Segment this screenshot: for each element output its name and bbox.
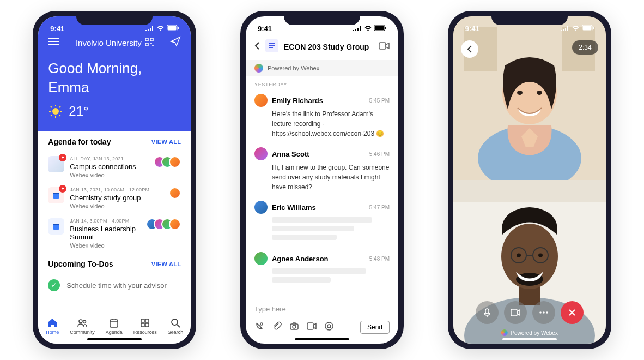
phone-messaging-screen: 9:41 ECON 203 Study Group Powered by Web… xyxy=(240,11,404,349)
back-icon[interactable] xyxy=(254,41,260,52)
group-title: ECON 203 Study Group xyxy=(284,43,373,51)
svg-rect-31 xyxy=(145,323,149,327)
mute-button[interactable] xyxy=(476,301,499,324)
svg-point-22 xyxy=(79,320,82,323)
svg-point-23 xyxy=(83,321,86,323)
sender-name: Agnes Anderson xyxy=(272,255,365,263)
svg-point-69 xyxy=(546,311,548,314)
avatar xyxy=(254,94,268,107)
video-icon[interactable] xyxy=(307,321,317,333)
home-icon xyxy=(47,317,58,328)
notch xyxy=(284,11,360,25)
send-icon[interactable] xyxy=(170,36,181,49)
battery-icon xyxy=(374,25,386,33)
agenda-date: ALL DAY, JAN 13, 2021 xyxy=(70,156,148,161)
nav-search[interactable]: Search xyxy=(168,317,184,335)
call-controls xyxy=(476,301,584,324)
message[interactable]: Agnes Anderson 5:48 PM xyxy=(246,248,398,290)
svg-rect-36 xyxy=(385,27,386,29)
agenda-subtitle: Webex video xyxy=(70,203,163,209)
avatar xyxy=(254,201,268,214)
video-call-icon[interactable] xyxy=(379,42,390,52)
svg-rect-6 xyxy=(145,38,148,41)
temperature: 21° xyxy=(69,104,88,119)
end-call-button[interactable] xyxy=(561,301,584,324)
svg-rect-66 xyxy=(511,309,517,316)
home-indicator[interactable] xyxy=(502,338,557,340)
todos-view-all[interactable]: VIEW ALL xyxy=(151,261,181,267)
camera-button[interactable] xyxy=(504,301,527,324)
message-body: Here's the link to Professor Adam's lect… xyxy=(254,109,390,139)
svg-rect-1 xyxy=(168,26,177,30)
mention-icon[interactable] xyxy=(324,321,334,333)
message[interactable]: Anna Scott 5:46 PM Hi, I am new to the g… xyxy=(246,143,398,196)
attendee-avatars xyxy=(169,187,181,199)
signal-icon xyxy=(561,25,569,33)
camera-icon[interactable] xyxy=(289,321,299,333)
nav-home[interactable]: Home xyxy=(46,317,59,335)
message-input[interactable]: Type here xyxy=(254,302,390,316)
greeting-line-2: Emma xyxy=(48,79,181,96)
agenda-item[interactable]: + ALL DAY, JAN 13, 2021 Campus connectio… xyxy=(38,152,191,183)
message-body: Hi, I am new to the group. Can someone s… xyxy=(254,163,390,192)
search-icon xyxy=(170,317,181,328)
svg-point-9 xyxy=(52,108,59,115)
wifi-icon xyxy=(156,25,165,33)
avatar xyxy=(254,252,268,265)
svg-rect-2 xyxy=(178,27,179,29)
svg-rect-30 xyxy=(141,323,144,327)
more-button[interactable] xyxy=(532,301,555,324)
agenda-view-all[interactable]: VIEW ALL xyxy=(151,139,181,145)
nav-resources[interactable]: Resources xyxy=(133,317,157,335)
svg-point-64 xyxy=(538,254,543,257)
svg-rect-24 xyxy=(110,320,118,327)
svg-point-53 xyxy=(537,91,542,95)
svg-point-39 xyxy=(260,323,263,325)
app-title: Involvio University xyxy=(76,38,142,47)
svg-point-41 xyxy=(293,325,296,328)
message[interactable]: Emily Richards 5:45 PM Here's the link t… xyxy=(246,89,398,143)
svg-rect-21 xyxy=(53,224,59,225)
event-thumbnail: + xyxy=(48,187,64,203)
resources-icon xyxy=(139,317,150,328)
nav-community[interactable]: Community xyxy=(70,317,95,335)
agenda-item[interactable]: + JAN 13, 2021, 10:00AM - 12:00PM Chemis… xyxy=(38,183,191,214)
webex-icon xyxy=(254,64,263,73)
qr-icon[interactable] xyxy=(145,38,154,48)
message[interactable]: Eric Williams 5:47 PM xyxy=(246,196,398,248)
signal-icon xyxy=(353,25,362,33)
svg-rect-42 xyxy=(307,323,313,329)
home-indicator[interactable] xyxy=(87,338,142,340)
agenda-icon xyxy=(108,317,119,328)
back-button[interactable] xyxy=(461,40,478,58)
call-timer: 2:34 xyxy=(572,40,598,55)
sender-name: Anna Scott xyxy=(272,150,365,158)
notch xyxy=(491,11,568,25)
attach-icon[interactable] xyxy=(272,321,282,333)
status-time: 9:41 xyxy=(50,25,64,33)
hamburger-icon[interactable] xyxy=(48,38,59,47)
svg-rect-46 xyxy=(593,27,594,29)
battery-icon xyxy=(167,25,179,33)
agenda-item[interactable]: JAN 14, 3:00PM - 4:00PM Business Leaders… xyxy=(38,214,191,253)
event-thumbnail xyxy=(48,218,64,235)
todos-header: Upcoming To-Dos xyxy=(48,260,113,268)
agenda-title: Campus connections xyxy=(70,163,148,171)
date-divider: YESTERDAY xyxy=(246,76,398,89)
send-button[interactable]: Send xyxy=(360,321,390,334)
powered-by-label: Powered by Webex xyxy=(501,329,558,336)
svg-rect-45 xyxy=(582,26,591,30)
greeting-line-1: Good Morning, xyxy=(48,60,181,77)
message-time: 5:46 PM xyxy=(369,151,390,157)
webex-icon xyxy=(501,329,507,336)
emoji-icon[interactable] xyxy=(254,321,264,333)
sun-icon xyxy=(48,104,63,119)
svg-line-33 xyxy=(177,325,180,327)
message-time: 5:47 PM xyxy=(369,205,390,211)
wifi-icon xyxy=(572,25,580,33)
todo-item[interactable]: ✓ Schedule time with your advisor xyxy=(38,274,191,297)
nav-agenda[interactable]: Agenda xyxy=(106,317,123,335)
svg-rect-8 xyxy=(145,43,148,46)
community-icon xyxy=(77,317,88,328)
home-indicator[interactable] xyxy=(295,338,349,340)
